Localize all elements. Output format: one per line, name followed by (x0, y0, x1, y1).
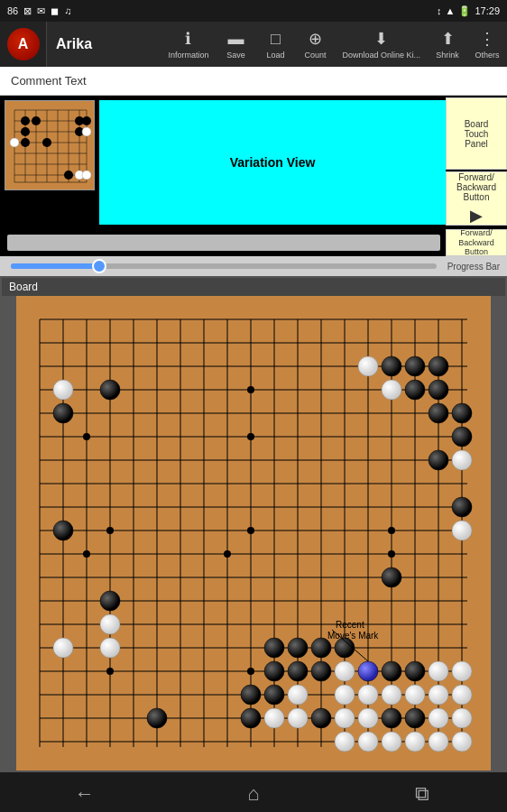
svg-point-141 (405, 732, 425, 752)
svg-point-102 (264, 661, 284, 681)
svg-point-90 (429, 450, 448, 470)
svg-point-93 (83, 550, 90, 558)
board-container[interactable]: Recent Move's Mark (16, 296, 491, 770)
app-name: Arika (47, 36, 101, 52)
svg-point-130 (429, 685, 448, 705)
download-label: Download Online Ki... (342, 51, 420, 60)
svg-point-140 (382, 732, 401, 752)
svg-text:Move's Mark: Move's Mark (327, 631, 379, 641)
svg-point-91 (452, 497, 472, 517)
board-touch-panel: Board Touch Panel (446, 97, 507, 170)
svg-point-75 (106, 668, 114, 675)
svg-point-70 (247, 386, 254, 393)
forward-backward-button[interactable]: Forward/ Backward Button (446, 229, 507, 256)
svg-point-134 (335, 708, 355, 728)
svg-point-79 (53, 403, 73, 423)
svg-point-116 (382, 380, 401, 400)
svg-point-108 (264, 685, 284, 705)
home-icon: ⌂ (247, 782, 259, 806)
svg-point-126 (335, 685, 355, 705)
svg-point-73 (247, 527, 254, 534)
right-panel: Board Touch Panel Forward/ Backward Butt… (446, 97, 507, 227)
svg-point-29 (82, 171, 91, 180)
svg-point-21 (21, 138, 30, 147)
svg-point-137 (452, 708, 472, 728)
svg-point-115 (358, 356, 378, 376)
toolbar-item-download[interactable]: ⬇ Download Online Ki... (335, 22, 428, 67)
svg-point-131 (452, 685, 472, 705)
svg-point-121 (100, 638, 120, 658)
download-icon: ⬇ (374, 29, 388, 49)
comment-text: Comment Text (11, 74, 87, 88)
others-label: Others (475, 51, 499, 60)
recent-move-text: Recent (336, 620, 364, 630)
toolbar-item-load[interactable]: □ Load (255, 22, 295, 67)
progress-track[interactable] (11, 263, 437, 269)
forward-arrow-icon: ▶ (470, 206, 483, 226)
toolbar-item-others[interactable]: ⋮ Others (467, 22, 507, 67)
wifi-icon: ▲ (446, 5, 456, 16)
thumbnail-svg (5, 101, 95, 190)
email-icon: ⊠ (23, 5, 32, 17)
svg-point-95 (388, 550, 395, 558)
svg-point-97 (100, 591, 120, 611)
battery-icon: 🔋 (458, 5, 471, 17)
toolbar-item-shrink[interactable]: ⬆ Shrink (428, 22, 467, 67)
others-icon: ⋮ (479, 29, 495, 49)
mail-icon: ✉ (37, 5, 45, 17)
progress-thumb[interactable] (92, 259, 106, 273)
board-section: Board (0, 276, 507, 772)
svg-point-142 (429, 732, 448, 752)
load-label: Load (266, 51, 284, 60)
svg-point-107 (241, 685, 261, 705)
svg-point-26 (82, 127, 91, 136)
svg-point-100 (311, 638, 331, 658)
svg-point-18 (32, 116, 41, 125)
home-button[interactable]: ⌂ (226, 776, 281, 812)
svg-point-143 (452, 732, 472, 752)
svg-point-110 (241, 708, 261, 728)
back-icon: ← (75, 782, 95, 806)
board-header: Board (2, 278, 505, 296)
recent-apps-button[interactable]: ⧉ (395, 776, 449, 812)
svg-point-113 (405, 708, 425, 728)
svg-point-72 (106, 527, 114, 534)
svg-point-106 (405, 661, 425, 681)
svg-point-83 (405, 356, 425, 376)
svg-point-82 (382, 356, 401, 376)
bar-row: Magnify/Shrink Bar Forward/ Backward But… (0, 229, 507, 256)
status-bar: 86 ⊠ ✉ ◼ ♫ ↕ ▲ 🔋 17:29 (0, 0, 507, 22)
toolbar: A Arika ℹ Information ▬ Save □ Load ⊕ Co… (0, 22, 507, 67)
svg-point-99 (288, 638, 308, 658)
svg-point-104 (311, 661, 331, 681)
svg-point-139 (358, 732, 378, 752)
forward-backward-panel[interactable]: Forward/ Backward Button ▶ (446, 171, 507, 226)
svg-point-22 (42, 138, 51, 147)
svg-point-96 (382, 567, 401, 587)
toolbar-item-save[interactable]: ▬ Save (216, 22, 255, 67)
comment-bar: Comment Text (0, 67, 507, 96)
svg-point-125 (288, 685, 308, 705)
svg-point-98 (264, 638, 284, 658)
progress-label: Progress Bar (447, 262, 500, 272)
svg-point-81 (247, 433, 254, 440)
music-icon: ♫ (64, 5, 71, 16)
information-icon: ℹ (185, 29, 191, 49)
signal-icon: ↕ (437, 5, 442, 16)
svg-point-19 (21, 127, 30, 136)
magnify-shrink-bar[interactable]: Magnify/Shrink Bar (7, 235, 440, 251)
svg-point-109 (147, 708, 167, 728)
svg-point-132 (264, 708, 284, 728)
svg-point-24 (82, 116, 91, 125)
variation-view[interactable]: Variation View (99, 100, 446, 225)
svg-point-92 (53, 521, 73, 540)
svg-point-136 (429, 708, 448, 728)
toolbar-item-information[interactable]: ℹ Information (161, 22, 216, 67)
progress-row: Progress Bar (0, 256, 507, 276)
save-label: Save (226, 51, 245, 60)
toolbar-item-count[interactable]: ⊕ Count (295, 22, 335, 67)
status-left: 86 ⊠ ✉ ◼ ♫ (7, 5, 72, 17)
svg-point-85 (405, 380, 425, 400)
svg-point-117 (452, 450, 472, 470)
back-button[interactable]: ← (58, 776, 112, 812)
